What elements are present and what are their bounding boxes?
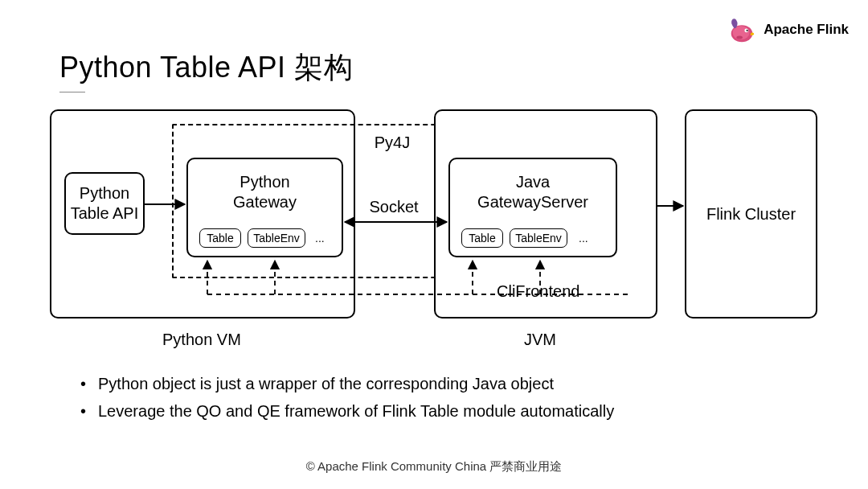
py-tableenv-chip: TableEnv: [248, 228, 305, 248]
svg-point-4: [737, 35, 743, 39]
cluster-label: Flink Cluster: [706, 204, 796, 224]
py4j-label: Py4J: [360, 134, 424, 152]
python-table-api-box: Python Table API: [64, 172, 145, 235]
bullet-item: Python object is just a wrapper of the c…: [80, 370, 614, 397]
api-line1: Python: [71, 183, 139, 203]
api-line2: Table API: [71, 203, 139, 224]
py-table-chip: Table: [199, 228, 241, 248]
jvm-label: JVM: [524, 331, 556, 349]
gateway-line1: Python: [188, 172, 342, 192]
javagw-line1: Java: [450, 172, 616, 192]
page-title: Python Table API 架构: [59, 48, 353, 88]
architecture-diagram: Py4J Python Table API Python Gateway Tab…: [50, 109, 821, 359]
flink-logo-icon: [727, 14, 757, 45]
gateway-line2: Gateway: [188, 192, 342, 212]
socket-label: Socket: [362, 198, 426, 216]
brand-text: Apache Flink: [764, 22, 849, 38]
py-more-chip: ...: [315, 232, 325, 244]
java-table-chip: Table: [461, 228, 503, 248]
flink-cluster-box: Flink Cluster: [685, 109, 817, 318]
footer-text: © Apache Flink Community China 严禁商业用途: [0, 459, 868, 475]
java-tableenv-chip: TableEnv: [510, 228, 567, 248]
java-gatewayserver-box: Java GatewayServer Table TableEnv ...: [448, 158, 617, 257]
svg-point-3: [747, 30, 748, 31]
javagw-line2: GatewayServer: [450, 192, 616, 212]
clifrontend-label: CliFrontend: [497, 282, 579, 301]
notes-list: Python object is just a wrapper of the c…: [80, 370, 614, 425]
python-vm-label: Python VM: [162, 331, 241, 349]
bullet-item: Leverage the QO and QE framework of Flin…: [80, 397, 614, 425]
brand-header: Apache Flink: [727, 14, 849, 45]
title-underline: [59, 92, 85, 92]
java-more-chip: ...: [579, 232, 588, 244]
python-gateway-box: Python Gateway Table TableEnv ...: [186, 158, 343, 257]
